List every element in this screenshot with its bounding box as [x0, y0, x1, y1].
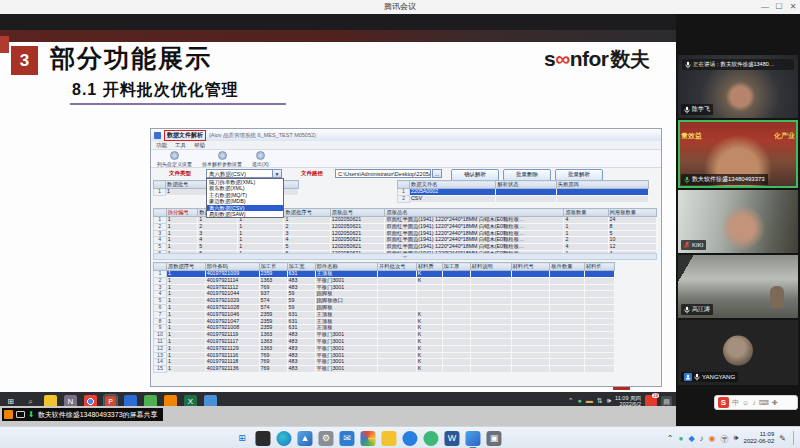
- table-row[interactable]: 111401979211171363483平板门3001K: [154, 338, 615, 345]
- table-cell[interactable]: 1: [166, 311, 205, 318]
- table-cell[interactable]: 40197921009: [205, 271, 259, 278]
- table-cell[interactable]: [470, 291, 511, 298]
- column-header[interactable]: 加工长: [259, 263, 287, 271]
- table-cell[interactable]: [584, 277, 614, 284]
- table-cell[interactable]: 2359: [259, 271, 287, 278]
- screen-share-indicator[interactable]: ⬇ 数夫软件徐盛13480493373的屏幕共享: [2, 408, 163, 421]
- table-cell[interactable]: [584, 345, 614, 352]
- table-cell[interactable]: 631: [287, 318, 315, 325]
- table-cell[interactable]: 平板门3001: [315, 284, 377, 291]
- table-cell[interactable]: 双面红半圆边(1941) 1220*2440*18MM 白蜡木(E0颗粒板…: [385, 230, 564, 237]
- table-cell[interactable]: 40197921029: [205, 298, 259, 305]
- table-cell[interactable]: 483: [287, 359, 315, 366]
- table-cell[interactable]: [470, 338, 511, 345]
- sogou-logo-icon[interactable]: S: [718, 397, 729, 408]
- start-icon[interactable]: ⊞: [234, 431, 249, 446]
- table-cell[interactable]: [584, 359, 614, 366]
- table-cell[interactable]: 平板门3001: [315, 366, 377, 373]
- table-row[interactable]: 71401979210462359631主顶板K: [154, 311, 615, 318]
- table-cell[interactable]: 1: [166, 366, 205, 373]
- table-cell[interactable]: [511, 332, 550, 339]
- table-cell[interactable]: [442, 352, 470, 359]
- table-cell[interactable]: 40197921044: [205, 291, 259, 298]
- table-cell[interactable]: [584, 311, 614, 318]
- table-cell[interactable]: 4: [284, 237, 330, 244]
- table-row[interactable]: 514019792102957459踢脚板收口: [154, 298, 615, 305]
- table-cell[interactable]: [470, 284, 511, 291]
- table-cell[interactable]: [550, 366, 584, 373]
- table-cell[interactable]: [584, 338, 614, 345]
- table-cell[interactable]: 平板门3001: [315, 338, 377, 345]
- column-header[interactable]: 部件名称: [315, 263, 377, 271]
- table-cell[interactable]: 1202050621: [330, 244, 385, 251]
- table-cell[interactable]: 1: [166, 332, 205, 339]
- table-cell[interactable]: 主顶板: [315, 271, 377, 278]
- table-cell[interactable]: 平板门3001: [315, 359, 377, 366]
- column-header[interactable]: 材料代号: [511, 263, 550, 271]
- table-cell[interactable]: 1202050621: [330, 223, 385, 230]
- tencent-meeting-icon[interactable]: [465, 431, 480, 446]
- table-cell[interactable]: 40197921114: [205, 277, 259, 284]
- wifi-icon[interactable]: 〶: [721, 433, 729, 444]
- table-cell[interactable]: 1: [166, 284, 205, 291]
- table-cell[interactable]: [442, 271, 470, 278]
- table-row[interactable]: 81401979210472359631主顶板K: [154, 318, 615, 325]
- file-type-combobox[interactable]: 离六数据(CSV) ▼: [206, 169, 282, 178]
- table-cell[interactable]: 40197921129: [205, 345, 259, 352]
- table-row[interactable]: 212121202050621双面红半圆边(1941) 1220*2440*18…: [154, 223, 657, 230]
- table-cell[interactable]: [550, 332, 584, 339]
- table-cell[interactable]: 左顶板: [315, 325, 377, 332]
- table-cell[interactable]: 631: [287, 311, 315, 318]
- table-row[interactable]: 15140197921136769483平板门3001K: [154, 366, 615, 373]
- table-cell[interactable]: 1: [564, 223, 608, 230]
- column-header[interactable]: 材料说明: [470, 263, 511, 271]
- toolbar-column-settings[interactable]: 列头自定义设置: [157, 151, 192, 167]
- table-cell[interactable]: 1: [166, 244, 198, 251]
- table-cell[interactable]: 1: [166, 338, 205, 345]
- part-table[interactable]: 原数据序号部件条码加工长加工宽部件名称开料批次号材料质加工厚材料说明材料代号板件…: [153, 262, 615, 373]
- table-cell[interactable]: 1: [166, 237, 198, 244]
- table-cell[interactable]: [584, 318, 614, 325]
- table-cell[interactable]: [378, 352, 417, 359]
- table-cell[interactable]: [550, 271, 584, 278]
- minimize-button[interactable]: —: [758, 0, 772, 14]
- task-view-icon[interactable]: [255, 431, 270, 446]
- table-cell[interactable]: 踢脚板收口: [315, 298, 377, 305]
- menu-tools[interactable]: 工具: [175, 142, 186, 149]
- table-cell[interactable]: 1: [166, 298, 205, 305]
- table-cell[interactable]: 769: [259, 284, 287, 291]
- table-cell[interactable]: [511, 352, 550, 359]
- table-cell[interactable]: [442, 325, 470, 332]
- table-cell[interactable]: [378, 325, 417, 332]
- table-cell[interactable]: 5: [608, 230, 656, 237]
- table-cell[interactable]: [442, 311, 470, 318]
- table-cell[interactable]: [442, 338, 470, 345]
- table-cell[interactable]: 双面红半圆边(1941) 1220*2440*18MM 白蜡木(E0颗粒板…: [385, 217, 564, 224]
- table-cell[interactable]: [511, 318, 550, 325]
- table-cell[interactable]: [550, 318, 584, 325]
- table-cell[interactable]: 483: [287, 345, 315, 352]
- table-cell[interactable]: 769: [259, 366, 287, 373]
- table-cell[interactable]: 2359: [259, 311, 287, 318]
- table-cell[interactable]: K: [416, 311, 442, 318]
- table-cell[interactable]: [378, 366, 417, 373]
- table-cell[interactable]: 1: [564, 230, 608, 237]
- table-cell[interactable]: 59: [287, 304, 315, 311]
- table-cell[interactable]: 483: [287, 366, 315, 373]
- table-cell[interactable]: 1202050621: [330, 230, 385, 237]
- table-cell[interactable]: [511, 271, 550, 278]
- emoji-icon[interactable]: ☺: [742, 395, 749, 410]
- table-cell[interactable]: 59: [287, 298, 315, 305]
- table-cell[interactable]: [496, 195, 556, 202]
- table-cell[interactable]: K: [416, 271, 442, 278]
- table-cell[interactable]: 双面红半圆边(1941) 1220*2440*18MM 白蜡木(E0颗粒板…: [385, 237, 564, 244]
- table-cell[interactable]: [378, 359, 417, 366]
- column-header[interactable]: 数据批序号: [284, 209, 330, 217]
- table-cell[interactable]: K: [416, 345, 442, 352]
- table-cell[interactable]: [378, 271, 417, 278]
- table-cell[interactable]: [442, 366, 470, 373]
- table-cell[interactable]: 4: [198, 237, 238, 244]
- table-cell[interactable]: 40197921136: [205, 366, 259, 373]
- collapse-expander[interactable]: ︾: [153, 253, 657, 260]
- video-tile-1[interactable]: 正在讲话：数夫软件徐盛13480… 陈学飞: [678, 55, 798, 118]
